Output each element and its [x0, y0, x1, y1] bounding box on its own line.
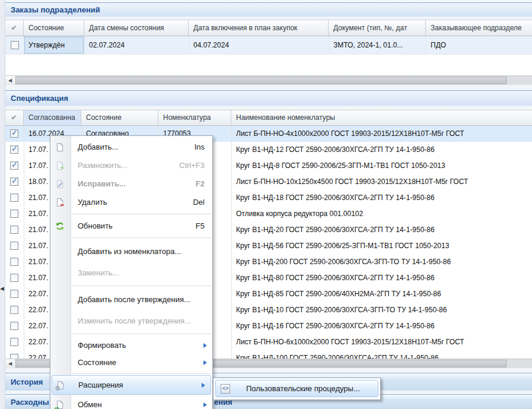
cell-name: Круг В1-НД-12 ГОСТ 2590-2006/30ХГСА-2ГП … [231, 142, 532, 158]
select-all-column-header[interactable]: ✔ [5, 20, 24, 36]
menu-item-shortcut: F5 [196, 221, 212, 230]
scroll-left-button[interactable]: ◀ [5, 76, 16, 85]
menu-item-duplicate: Размножить... Ctrl+F3 [50, 156, 212, 175]
menu-item-label: Обновить [78, 221, 113, 230]
row-checkbox[interactable] [10, 338, 18, 346]
cell-name: Круг В1-НД-80 ГОСТ 2590-2006/30ХГСА-2ГП … [231, 270, 532, 286]
expense-panel-label: Расходны [11, 398, 49, 407]
menu-item-label: Расширения [78, 381, 123, 389]
cell-state-change-date: 02.07.2024 [84, 36, 189, 54]
cell-state: Утверждён [24, 36, 84, 54]
document-delete-icon [55, 198, 65, 207]
menu-item-edit: Исправить... F2 [50, 175, 212, 193]
column-header-state[interactable]: Состояние [24, 20, 84, 36]
select-all-column-header[interactable]: ✔ [5, 110, 24, 125]
menu-item-shortcut: Del [193, 198, 212, 207]
gear-icon: ⚙ [55, 385, 60, 392]
exchange-icon: ⇄ [55, 400, 65, 409]
menu-item-add-from-nomenclator[interactable]: Добавить из номенклатора... [50, 240, 212, 262]
cell-name: Круг В1-НД-200 ГОСТ 2590-2006/30ХГСА-ЗГП… [231, 254, 532, 270]
cell-department: ПДО [426, 36, 532, 54]
orders-horizontal-scrollbar[interactable]: ◀ [5, 75, 532, 85]
column-header-department[interactable]: Заказывающее подразделе [426, 20, 532, 36]
scroll-left-button[interactable]: ◀ [5, 359, 16, 368]
menu-item-label: Добавить... [78, 142, 118, 151]
menu-item-label: Удалить [78, 198, 107, 207]
column-header-document[interactable]: Документ (тип, №, дат [329, 20, 426, 36]
menu-item-label: Пользовательские процедуры... [246, 384, 360, 393]
menu-item-add[interactable]: Добавить... Ins [50, 138, 212, 156]
menu-item-change-after-approval: Изменить после утверждения... [50, 310, 212, 331]
row-checkbox[interactable] [10, 210, 18, 218]
extensions-icon: ⚙ [56, 381, 65, 390]
context-menu: Добавить... Ins Размножить... Ctrl+F3 Ис… [50, 135, 213, 409]
row-checkbox[interactable] [10, 161, 18, 170]
checkmark-icon: ✔ [11, 24, 17, 32]
orders-grid-body: Утверждён 02.07.2024 04.07.2024 ЗМТО, 20… [5, 36, 532, 75]
menu-item-label: Добавить после утверждения... [78, 295, 190, 304]
document-edit-icon [55, 179, 65, 189]
menu-item-exchange[interactable]: ⇄ Обмен [50, 395, 212, 409]
row-checkbox[interactable] [11, 41, 19, 49]
submenu-arrow-icon [202, 383, 205, 388]
scroll-left-arrow-icon: ◀ [8, 78, 12, 83]
extensions-submenu: <> Пользовательские процедуры... [213, 378, 381, 400]
menu-item-label: Состояние [78, 358, 116, 367]
user-procedures-icon: <> [221, 384, 230, 394]
menu-separator [50, 235, 212, 240]
menu-item-refresh[interactable]: Обновить F5 [50, 217, 212, 235]
column-header-nomenclature[interactable]: Номенклатура [158, 110, 231, 125]
row-checkbox[interactable] [10, 258, 18, 266]
menu-item-shortcut: Ctrl+F3 [179, 161, 212, 170]
menu-item-user-procedures[interactable]: <> Пользовательские процедуры... [215, 380, 378, 397]
menu-item-delete[interactable]: Удалить Del [50, 193, 212, 211]
splitter-collapse-icon[interactable]: ◀ [0, 285, 5, 292]
row-checkbox[interactable] [10, 177, 18, 186]
row-checkbox[interactable] [10, 306, 18, 314]
menu-separator [50, 283, 212, 288]
column-header-state[interactable]: Состояние [81, 110, 158, 125]
row-checkbox[interactable] [10, 226, 18, 234]
row-checkbox[interactable] [10, 290, 18, 298]
orders-panel-title: Заказы подразделений [5, 2, 532, 17]
spec-panel-title: Спецификация [5, 90, 532, 106]
table-row[interactable]: Утверждён 02.07.2024 04.07.2024 ЗМТО, 20… [5, 36, 532, 55]
row-checkbox[interactable] [10, 354, 18, 359]
menu-item-label: Исправить... [78, 179, 126, 188]
column-header-nomenclature-name[interactable]: Наименование номенклатуры [231, 110, 532, 125]
menu-item-state[interactable]: Состояние [50, 354, 212, 371]
left-splitter[interactable] [0, 0, 5, 409]
scroll-left-arrow-icon: ◀ [8, 361, 12, 366]
cell-name: Лист Б-ПН-НО-6х1000х2000 ГОСТ 19903-2015… [231, 334, 532, 350]
column-header-plan-include-date[interactable]: Дата включения в план закупок [189, 20, 329, 36]
row-checkbox[interactable] [10, 194, 18, 202]
exchange-arrows-icon: ⇄ [54, 405, 59, 409]
checkmark-icon: ✔ [11, 113, 17, 122]
menu-separator [50, 211, 212, 217]
orders-grid-header: ✔ Состояние Дата смены состояния Дата вк… [5, 20, 532, 36]
menu-item-add-after-approval[interactable]: Добавить после утверждения... [50, 288, 212, 310]
cell-name: Лист Б-ПН-НО-4х1000х2000 ГОСТ 19903-2015… [231, 126, 532, 142]
menu-item-label: Формировать [78, 341, 126, 350]
cell-name: Отливка корпуса редуктора 001.00102 [231, 206, 532, 222]
menu-item-extensions[interactable]: ⚙ Расширения [52, 375, 211, 395]
column-header-agreed[interactable]: Согласованна [24, 110, 81, 125]
document-duplicate-icon [55, 161, 65, 170]
row-checkbox[interactable] [10, 242, 18, 250]
scrollbar-thumb[interactable] [15, 77, 506, 84]
cell-name: Круг В1-НД-85 ГОСТ 2590-2006/40ХН2МА-2ГП… [231, 286, 532, 302]
menu-item-replace: Заменить... [50, 262, 212, 283]
menu-item-label: Заменить... [78, 268, 119, 277]
row-checkbox[interactable] [10, 129, 18, 138]
orders-panel-title-label: Заказы подразделений [11, 5, 100, 14]
column-header-state-change-date[interactable]: Дата смены состояния [84, 20, 189, 36]
app-window: Заказы подразделений ✔ Состояние Дата см… [0, 0, 532, 409]
row-checkbox[interactable] [10, 274, 18, 282]
row-checkbox[interactable] [10, 145, 18, 154]
row-checkbox[interactable] [10, 322, 18, 330]
menu-separator [50, 331, 212, 337]
cell-name: Круг В1-НД-20 ГОСТ 2590-2006/30ХГСА-2ГП … [231, 222, 532, 238]
cell-name: Круг В1-НД-100 ГОСТ 2590-2006/30ХГСА-2ГП… [231, 350, 532, 359]
menu-item-form[interactable]: Формировать [50, 337, 212, 354]
refresh-icon [55, 221, 65, 231]
